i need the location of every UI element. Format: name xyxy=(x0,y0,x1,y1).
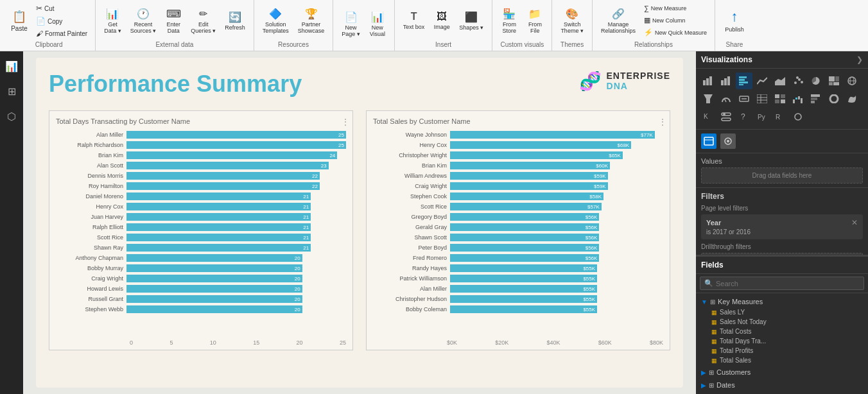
new-column-button[interactable]: ▦ New Column xyxy=(641,15,709,26)
fields-item-total-sales[interactable]: ▦ Total Sales xyxy=(696,355,868,365)
svg-point-46 xyxy=(723,113,725,116)
fields-item-total-costs[interactable]: ▦ Total Costs xyxy=(696,327,868,336)
new-measure-button[interactable]: ∑ New Measure xyxy=(641,3,709,13)
enter-data-button[interactable]: ⌨ Enter Data xyxy=(162,6,185,36)
fields-search-box[interactable]: 🔍 xyxy=(700,277,864,290)
format-painter-button[interactable]: 🖌 Format Painter xyxy=(33,28,90,39)
new-page-button[interactable]: 📄 New Page ▾ xyxy=(338,9,363,39)
switch-theme-button[interactable]: 🎨 Switch Theme ▾ xyxy=(557,6,587,36)
from-file-button[interactable]: 📁 From File xyxy=(523,6,546,36)
build-visual-button[interactable] xyxy=(701,133,716,149)
bar-label: Gregory Boyd xyxy=(373,214,450,220)
image-button[interactable]: 🖼 Image xyxy=(430,9,453,32)
viz-kpi-icon[interactable]: K xyxy=(700,108,716,125)
bar-fill: $56K xyxy=(450,254,599,262)
viz-card-icon[interactable] xyxy=(736,90,752,107)
values-drop-area[interactable]: Drag data fields here xyxy=(701,167,863,184)
publish-button[interactable]: ↑ Publish xyxy=(722,6,747,35)
partner-showcase-button[interactable]: 🏆 Partner Showcase xyxy=(295,6,328,36)
viz-stacked-icon[interactable] xyxy=(808,90,824,107)
viz-slicer-icon[interactable] xyxy=(718,108,734,125)
ribbon-group-share: ↑ Publish Share xyxy=(715,0,754,51)
viz-funnel-icon[interactable] xyxy=(700,90,716,107)
recent-sources-button[interactable]: 🕐 Recent Sources ▾ xyxy=(127,6,160,36)
viz-line-chart-icon[interactable] xyxy=(754,73,770,89)
fields-group-header-customers[interactable]: ▶ ⊞ Customers xyxy=(696,366,868,378)
bar-label: Anthony Chapman xyxy=(56,255,126,261)
chart-days-transacting[interactable]: Total Days Transacting by Customer Name … xyxy=(49,110,353,350)
year-filter-close[interactable]: ✕ xyxy=(851,218,858,227)
fields-item-sales-ly[interactable]: ▦ Sales LY xyxy=(696,307,868,317)
visualizations-title: Visualizations xyxy=(701,55,856,64)
viz-donut-icon[interactable] xyxy=(826,90,842,107)
get-data-button[interactable]: 📊 Get Data ▾ xyxy=(101,6,125,36)
viz-table-icon[interactable] xyxy=(754,90,770,107)
fields-group-header-dates[interactable]: ▶ ⊞ Dates xyxy=(696,379,868,391)
bar-track: $77K xyxy=(450,131,663,139)
viz-python-icon[interactable]: Py xyxy=(754,108,770,125)
fields-item-sales-not-today[interactable]: ▦ Sales Not Today xyxy=(696,317,868,327)
viz-gauge-icon[interactable] xyxy=(718,90,734,107)
fields-search-input[interactable] xyxy=(716,280,860,287)
format-visual-button[interactable] xyxy=(720,133,736,149)
text-box-button[interactable]: T Text box xyxy=(400,9,428,32)
chart1-bar-row: Brian Kim 24 xyxy=(56,151,346,160)
bar-track: $68K xyxy=(450,141,663,149)
viz-globe-icon[interactable] xyxy=(790,108,806,125)
bar-fill: $56K xyxy=(450,213,599,221)
copy-button[interactable]: 📄 Copy xyxy=(33,15,90,27)
axis-label: 10 xyxy=(210,339,216,346)
item-icon: ▦ xyxy=(711,357,717,364)
viz-bar-chart-icon[interactable] xyxy=(700,73,716,89)
chart1-bar-row: Craig Wright 20 xyxy=(56,274,346,283)
manage-relationships-button[interactable]: 🔗 Manage Relationships xyxy=(598,6,639,36)
viz-horizontal-bar-icon[interactable] xyxy=(736,73,752,89)
viz-treemap-icon[interactable] xyxy=(826,73,842,89)
data-view-icon[interactable]: ⊞ xyxy=(4,81,20,101)
paste-button[interactable]: 📋 Paste xyxy=(8,8,31,34)
year-filter-card[interactable]: Year ✕ is 2017 or 2016 xyxy=(701,214,863,239)
viz-qna-icon[interactable]: ? xyxy=(736,108,752,125)
solution-templates-button[interactable]: 🔷 Solution Templates xyxy=(259,6,292,36)
bar-label: Wayne Johnson xyxy=(373,132,450,138)
bar-fill: 21 xyxy=(126,244,311,252)
fields-group-header-key-measures[interactable]: ▼ ⊞ Key Measures xyxy=(696,296,868,307)
bar-value: 21 xyxy=(303,225,309,230)
viz-custom-icon[interactable]: R xyxy=(772,108,788,125)
viz-matrix-icon[interactable] xyxy=(772,90,788,107)
viz-filled-map-icon[interactable] xyxy=(844,90,860,107)
report-background: Performance Summary 🧬 ENTERPRISE DNA Tot… xyxy=(36,58,683,388)
fields-item-total-days-tra[interactable]: ▦ Total Days Tra... xyxy=(696,336,868,346)
chart-total-sales[interactable]: Total Sales by Customer Name ⋮ Wayne Joh… xyxy=(366,110,670,350)
item-icon: ▦ xyxy=(711,319,717,325)
viz-area-chart-icon[interactable] xyxy=(772,73,788,89)
chart2-bars: Wayne Johnson $77K Henry Cox $68K Christ… xyxy=(373,130,663,337)
from-store-button[interactable]: 🏪 From Store xyxy=(498,6,521,36)
visualizations-expand[interactable]: ❯ xyxy=(856,55,863,64)
edit-queries-button[interactable]: ✏ Edit Queries ▾ xyxy=(187,6,219,36)
bar-track: 20 xyxy=(126,264,346,272)
fields-item-total-profits[interactable]: ▦ Total Profits xyxy=(696,346,868,355)
refresh-button[interactable]: 🔄 Refresh xyxy=(221,9,248,33)
new-quick-measure-button[interactable]: ⚡ New Quick Measure xyxy=(641,27,709,38)
viz-waterfall-icon[interactable] xyxy=(790,90,806,107)
viz-column-chart-icon[interactable] xyxy=(718,73,734,89)
cut-button[interactable]: ✂ Cut xyxy=(33,3,90,14)
report-view-icon[interactable]: 📊 xyxy=(1,56,22,76)
chart2-bar-row: Stephen Cook $58K xyxy=(373,192,663,201)
viz-pie-chart-icon[interactable] xyxy=(808,73,824,89)
chart1-bar-row: Alan Miller 25 xyxy=(56,130,346,139)
bar-label: Christopher Hudson xyxy=(373,296,450,302)
bar-value: 21 xyxy=(303,235,309,241)
bar-value: $55K xyxy=(583,276,595,282)
viz-scatter-icon[interactable] xyxy=(790,73,806,89)
shapes-button[interactable]: ⬛ Shapes ▾ xyxy=(456,9,487,33)
bar-fill: $55K xyxy=(450,295,597,303)
chart1-bar-row: Alan Scott 23 xyxy=(56,161,346,170)
table-icon: ⊞ xyxy=(709,369,714,376)
new-visual-button[interactable]: 📊 New Visual xyxy=(366,9,389,39)
item-label: Total Sales xyxy=(720,357,751,364)
viz-map-icon[interactable] xyxy=(844,73,860,89)
relationships-view-icon[interactable]: ⬡ xyxy=(3,107,20,126)
svg-rect-33 xyxy=(781,99,785,103)
